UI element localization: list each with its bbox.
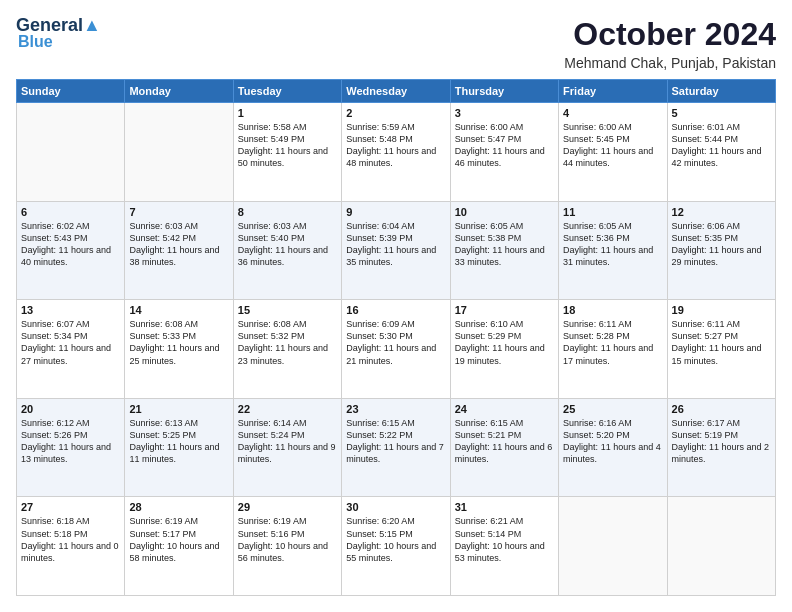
calendar-cell: 6Sunrise: 6:02 AMSunset: 5:43 PMDaylight… bbox=[17, 201, 125, 300]
cell-info: Sunrise: 6:11 AMSunset: 5:27 PMDaylight:… bbox=[672, 318, 771, 367]
day-number: 23 bbox=[346, 403, 445, 415]
cell-info: Sunrise: 6:07 AMSunset: 5:34 PMDaylight:… bbox=[21, 318, 120, 367]
calendar-cell: 21Sunrise: 6:13 AMSunset: 5:25 PMDayligh… bbox=[125, 398, 233, 497]
page: General▲ Blue October 2024 Mehmand Chak,… bbox=[0, 0, 792, 612]
calendar-cell: 17Sunrise: 6:10 AMSunset: 5:29 PMDayligh… bbox=[450, 300, 558, 399]
day-number: 25 bbox=[563, 403, 662, 415]
cell-info: Sunrise: 6:11 AMSunset: 5:28 PMDaylight:… bbox=[563, 318, 662, 367]
day-number: 13 bbox=[21, 304, 120, 316]
calendar-cell: 12Sunrise: 6:06 AMSunset: 5:35 PMDayligh… bbox=[667, 201, 775, 300]
calendar-cell: 3Sunrise: 6:00 AMSunset: 5:47 PMDaylight… bbox=[450, 103, 558, 202]
cell-info: Sunrise: 6:08 AMSunset: 5:33 PMDaylight:… bbox=[129, 318, 228, 367]
day-number: 21 bbox=[129, 403, 228, 415]
calendar-header-wednesday: Wednesday bbox=[342, 80, 450, 103]
day-number: 8 bbox=[238, 206, 337, 218]
calendar-cell: 9Sunrise: 6:04 AMSunset: 5:39 PMDaylight… bbox=[342, 201, 450, 300]
calendar-header-saturday: Saturday bbox=[667, 80, 775, 103]
calendar-cell: 20Sunrise: 6:12 AMSunset: 5:26 PMDayligh… bbox=[17, 398, 125, 497]
cell-info: Sunrise: 6:10 AMSunset: 5:29 PMDaylight:… bbox=[455, 318, 554, 367]
day-number: 5 bbox=[672, 107, 771, 119]
logo: General▲ Blue bbox=[16, 16, 101, 50]
day-number: 9 bbox=[346, 206, 445, 218]
day-number: 26 bbox=[672, 403, 771, 415]
calendar-cell: 23Sunrise: 6:15 AMSunset: 5:22 PMDayligh… bbox=[342, 398, 450, 497]
day-number: 10 bbox=[455, 206, 554, 218]
cell-info: Sunrise: 6:20 AMSunset: 5:15 PMDaylight:… bbox=[346, 515, 445, 564]
calendar-cell: 8Sunrise: 6:03 AMSunset: 5:40 PMDaylight… bbox=[233, 201, 341, 300]
day-number: 19 bbox=[672, 304, 771, 316]
logo-subtext: Blue bbox=[18, 34, 53, 50]
day-number: 18 bbox=[563, 304, 662, 316]
calendar-cell bbox=[17, 103, 125, 202]
cell-info: Sunrise: 6:05 AMSunset: 5:38 PMDaylight:… bbox=[455, 220, 554, 269]
day-number: 2 bbox=[346, 107, 445, 119]
cell-info: Sunrise: 6:21 AMSunset: 5:14 PMDaylight:… bbox=[455, 515, 554, 564]
cell-info: Sunrise: 6:09 AMSunset: 5:30 PMDaylight:… bbox=[346, 318, 445, 367]
cell-info: Sunrise: 6:02 AMSunset: 5:43 PMDaylight:… bbox=[21, 220, 120, 269]
day-number: 16 bbox=[346, 304, 445, 316]
calendar-header-friday: Friday bbox=[559, 80, 667, 103]
cell-info: Sunrise: 6:08 AMSunset: 5:32 PMDaylight:… bbox=[238, 318, 337, 367]
calendar-cell: 4Sunrise: 6:00 AMSunset: 5:45 PMDaylight… bbox=[559, 103, 667, 202]
cell-info: Sunrise: 6:03 AMSunset: 5:42 PMDaylight:… bbox=[129, 220, 228, 269]
day-number: 24 bbox=[455, 403, 554, 415]
day-number: 7 bbox=[129, 206, 228, 218]
day-number: 15 bbox=[238, 304, 337, 316]
calendar-cell: 2Sunrise: 5:59 AMSunset: 5:48 PMDaylight… bbox=[342, 103, 450, 202]
cell-info: Sunrise: 6:19 AMSunset: 5:17 PMDaylight:… bbox=[129, 515, 228, 564]
cell-info: Sunrise: 6:01 AMSunset: 5:44 PMDaylight:… bbox=[672, 121, 771, 170]
calendar-cell bbox=[559, 497, 667, 596]
cell-info: Sunrise: 6:00 AMSunset: 5:45 PMDaylight:… bbox=[563, 121, 662, 170]
calendar-header-tuesday: Tuesday bbox=[233, 80, 341, 103]
page-title: October 2024 bbox=[564, 16, 776, 53]
day-number: 4 bbox=[563, 107, 662, 119]
day-number: 31 bbox=[455, 501, 554, 513]
day-number: 27 bbox=[21, 501, 120, 513]
calendar-cell bbox=[667, 497, 775, 596]
calendar-cell: 15Sunrise: 6:08 AMSunset: 5:32 PMDayligh… bbox=[233, 300, 341, 399]
calendar-cell: 7Sunrise: 6:03 AMSunset: 5:42 PMDaylight… bbox=[125, 201, 233, 300]
day-number: 6 bbox=[21, 206, 120, 218]
day-number: 22 bbox=[238, 403, 337, 415]
calendar-cell: 13Sunrise: 6:07 AMSunset: 5:34 PMDayligh… bbox=[17, 300, 125, 399]
cell-info: Sunrise: 6:03 AMSunset: 5:40 PMDaylight:… bbox=[238, 220, 337, 269]
calendar-cell: 26Sunrise: 6:17 AMSunset: 5:19 PMDayligh… bbox=[667, 398, 775, 497]
day-number: 1 bbox=[238, 107, 337, 119]
cell-info: Sunrise: 6:13 AMSunset: 5:25 PMDaylight:… bbox=[129, 417, 228, 466]
calendar-cell: 27Sunrise: 6:18 AMSunset: 5:18 PMDayligh… bbox=[17, 497, 125, 596]
calendar-cell: 29Sunrise: 6:19 AMSunset: 5:16 PMDayligh… bbox=[233, 497, 341, 596]
day-number: 30 bbox=[346, 501, 445, 513]
page-subtitle: Mehmand Chak, Punjab, Pakistan bbox=[564, 55, 776, 71]
cell-info: Sunrise: 6:04 AMSunset: 5:39 PMDaylight:… bbox=[346, 220, 445, 269]
cell-info: Sunrise: 6:18 AMSunset: 5:18 PMDaylight:… bbox=[21, 515, 120, 564]
cell-info: Sunrise: 5:58 AMSunset: 5:49 PMDaylight:… bbox=[238, 121, 337, 170]
calendar-cell: 25Sunrise: 6:16 AMSunset: 5:20 PMDayligh… bbox=[559, 398, 667, 497]
cell-info: Sunrise: 6:15 AMSunset: 5:22 PMDaylight:… bbox=[346, 417, 445, 466]
header: General▲ Blue October 2024 Mehmand Chak,… bbox=[16, 16, 776, 71]
day-number: 14 bbox=[129, 304, 228, 316]
cell-info: Sunrise: 6:15 AMSunset: 5:21 PMDaylight:… bbox=[455, 417, 554, 466]
calendar-cell: 19Sunrise: 6:11 AMSunset: 5:27 PMDayligh… bbox=[667, 300, 775, 399]
calendar-cell: 10Sunrise: 6:05 AMSunset: 5:38 PMDayligh… bbox=[450, 201, 558, 300]
cell-info: Sunrise: 6:19 AMSunset: 5:16 PMDaylight:… bbox=[238, 515, 337, 564]
calendar-cell: 16Sunrise: 6:09 AMSunset: 5:30 PMDayligh… bbox=[342, 300, 450, 399]
calendar-cell: 1Sunrise: 5:58 AMSunset: 5:49 PMDaylight… bbox=[233, 103, 341, 202]
calendar-cell: 31Sunrise: 6:21 AMSunset: 5:14 PMDayligh… bbox=[450, 497, 558, 596]
day-number: 12 bbox=[672, 206, 771, 218]
cell-info: Sunrise: 6:17 AMSunset: 5:19 PMDaylight:… bbox=[672, 417, 771, 466]
calendar-cell bbox=[125, 103, 233, 202]
calendar-cell: 14Sunrise: 6:08 AMSunset: 5:33 PMDayligh… bbox=[125, 300, 233, 399]
cell-info: Sunrise: 6:16 AMSunset: 5:20 PMDaylight:… bbox=[563, 417, 662, 466]
cell-info: Sunrise: 6:14 AMSunset: 5:24 PMDaylight:… bbox=[238, 417, 337, 466]
day-number: 3 bbox=[455, 107, 554, 119]
calendar-cell: 24Sunrise: 6:15 AMSunset: 5:21 PMDayligh… bbox=[450, 398, 558, 497]
calendar-cell: 18Sunrise: 6:11 AMSunset: 5:28 PMDayligh… bbox=[559, 300, 667, 399]
calendar-cell: 28Sunrise: 6:19 AMSunset: 5:17 PMDayligh… bbox=[125, 497, 233, 596]
calendar-cell: 22Sunrise: 6:14 AMSunset: 5:24 PMDayligh… bbox=[233, 398, 341, 497]
day-number: 11 bbox=[563, 206, 662, 218]
day-number: 20 bbox=[21, 403, 120, 415]
logo-text: General▲ bbox=[16, 16, 101, 34]
cell-info: Sunrise: 6:00 AMSunset: 5:47 PMDaylight:… bbox=[455, 121, 554, 170]
calendar-header-sunday: Sunday bbox=[17, 80, 125, 103]
day-number: 29 bbox=[238, 501, 337, 513]
